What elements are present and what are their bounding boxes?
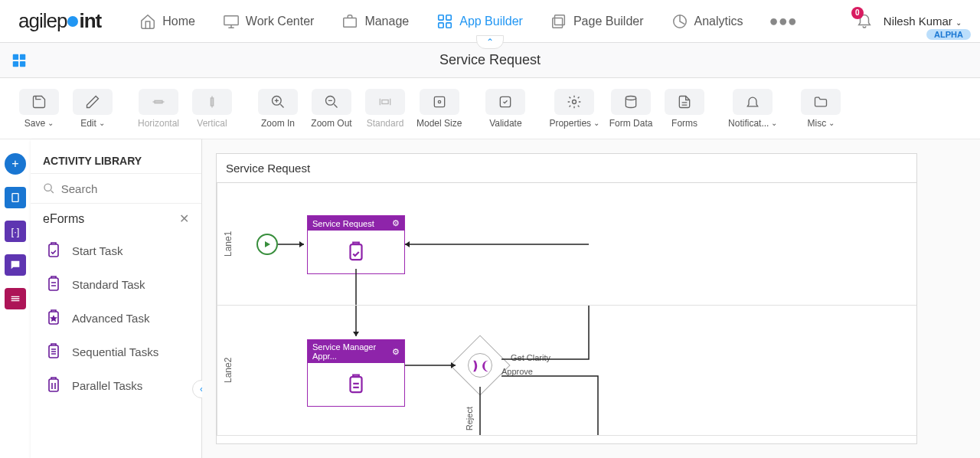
brackets-icon: [·] <box>11 226 20 237</box>
process-canvas[interactable]: Service Request Lane1 Service Request⚙ <box>216 153 917 444</box>
chat-icon <box>9 259 21 271</box>
tool-label: Save <box>24 118 45 129</box>
rail-data-button[interactable] <box>5 288 26 309</box>
collapse-header-button[interactable]: ⌃ <box>476 35 504 49</box>
svg-rect-2 <box>439 15 443 19</box>
sidebar-item-label: Sequential Tasks <box>72 345 158 358</box>
folder-icon <box>813 94 828 110</box>
activity-title: Service Request <box>312 219 374 228</box>
save-button[interactable]: Save ⌄ <box>17 89 61 129</box>
tool-label: Validate <box>489 118 521 129</box>
category-label: eForms <box>43 212 84 226</box>
sidebar-category[interactable]: eForms ✕ <box>31 204 201 234</box>
activity-service-request[interactable]: Service Request⚙ <box>307 215 405 274</box>
close-icon[interactable]: ✕ <box>179 211 189 226</box>
sidebar-item-sequential-tasks[interactable]: Sequential Tasks <box>31 335 201 368</box>
tool-label: Form Data <box>609 118 653 129</box>
misc-button[interactable]: Misc ⌄ <box>799 89 843 129</box>
tool-label: Horizontal <box>138 118 179 129</box>
clipboard-seq-icon <box>44 342 63 361</box>
tier-badge: ALPHA <box>926 29 971 40</box>
svg-point-24 <box>44 184 51 191</box>
svg-marker-37 <box>353 332 359 336</box>
align-vertical-button[interactable]: Vertical <box>190 89 234 129</box>
subheader: ⌃ Service Request <box>0 43 980 78</box>
clipboard-list-icon <box>345 373 368 396</box>
file-icon <box>677 94 692 110</box>
edge-label-reject: Reject <box>465 407 474 430</box>
nav-app-builder[interactable]: App Builder <box>426 7 534 36</box>
clipboard-star-icon <box>44 309 63 327</box>
zoom-standard-button[interactable]: Standard <box>363 89 407 129</box>
nav-manage[interactable]: Manage <box>331 7 420 36</box>
canvas-area: Service Request Lane1 Service Request⚙ <box>202 139 980 458</box>
gateway-icon: ❫❨ <box>468 353 492 378</box>
sidebar-item-advanced-task[interactable]: Advanced Task <box>31 301 201 335</box>
home-icon <box>139 13 156 30</box>
nav-label: Analytics <box>694 15 743 28</box>
forms-button[interactable]: Forms <box>662 89 707 129</box>
notifications-button[interactable]: Notificat... ⌄ <box>728 89 777 129</box>
zoom-in-button[interactable]: Zoom In <box>256 89 300 129</box>
sidebar-search[interactable] <box>31 173 201 204</box>
svg-rect-26 <box>49 278 58 290</box>
notifications-button[interactable]: 0 <box>856 11 873 31</box>
tool-label: Properties <box>549 118 591 129</box>
search-input[interactable] <box>61 182 189 195</box>
align-horizontal-button[interactable]: Horizontal <box>136 89 181 129</box>
svg-rect-3 <box>446 15 451 19</box>
rail-comments-button[interactable] <box>5 254 26 276</box>
header-right: 0 Nilesh Kumar ⌄ ALPHA <box>856 11 962 31</box>
zoom-out-button[interactable]: Zoom Out <box>309 89 354 129</box>
activity-service-manager-approval[interactable]: Service Manager Appr...⚙ <box>307 339 405 407</box>
activity-library-sidebar: ACTIVITY LIBRARY eForms ✕ Start Task Sta… <box>31 139 202 458</box>
sidebar-item-parallel-tasks[interactable]: Parallel Tasks <box>31 368 201 402</box>
chevron-down-icon: ⌄ <box>47 119 54 127</box>
sidebar-item-label: Parallel Tasks <box>72 379 142 392</box>
logo-text-right: int <box>79 9 101 33</box>
tool-label: Zoom Out <box>311 118 351 129</box>
zoom-in-icon <box>270 94 286 110</box>
sidebar-item-start-task[interactable]: Start Task <box>31 234 201 267</box>
add-button[interactable]: + <box>5 153 26 175</box>
nav-label: Work Center <box>246 15 315 28</box>
svg-rect-25 <box>49 244 58 257</box>
properties-button[interactable]: Properties ⌄ <box>549 89 599 129</box>
nav-analytics[interactable]: Analytics <box>661 7 754 36</box>
decision-gateway[interactable]: ❫❨ <box>449 335 510 395</box>
model-size-button[interactable]: Model Size <box>416 89 462 129</box>
nav-home[interactable]: Home <box>129 7 206 36</box>
rail-activity-button[interactable] <box>5 187 26 208</box>
left-rail: + [·] <box>0 139 31 458</box>
lane-2: Lane2 Service Manager Appr...⚙ ❫❨ Get Cl… <box>217 306 916 436</box>
gear-icon[interactable]: ⚙ <box>392 347 400 357</box>
nav-label: Page Builder <box>573 15 644 28</box>
sidebar-item-standard-task[interactable]: Standard Task <box>31 267 201 301</box>
validate-button[interactable]: Validate <box>483 89 528 129</box>
sidebar-item-label: Advanced Task <box>72 312 149 325</box>
tool-label: Misc <box>808 118 827 129</box>
edit-button[interactable]: Edit ⌄ <box>70 89 115 129</box>
svg-rect-29 <box>49 379 58 391</box>
rail-variables-button[interactable]: [·] <box>5 221 26 242</box>
nav-work-center[interactable]: Work Center <box>212 7 325 36</box>
rows-icon <box>9 293 21 305</box>
form-data-button[interactable]: Form Data <box>609 89 653 129</box>
svg-marker-34 <box>405 241 410 247</box>
nav-page-builder[interactable]: Page Builder <box>540 7 655 36</box>
clipboard-check-icon <box>44 241 63 260</box>
start-event[interactable] <box>256 234 278 255</box>
clipboard-icon <box>9 191 21 204</box>
activity-title: Service Manager Appr... <box>312 342 392 361</box>
chevron-down-icon: ⌄ <box>593 119 599 127</box>
nav-more[interactable]: ●●● <box>760 12 806 30</box>
svg-rect-4 <box>439 22 443 27</box>
check-icon <box>498 94 513 110</box>
logo-text-left: agilep <box>18 9 67 33</box>
pie-icon <box>671 13 688 30</box>
logo[interactable]: agilepint <box>18 9 101 33</box>
apps-icon[interactable] <box>11 52 28 69</box>
svg-point-21 <box>573 100 577 103</box>
gear-icon[interactable]: ⚙ <box>392 218 400 228</box>
user-menu[interactable]: Nilesh Kumar ⌄ <box>884 15 962 28</box>
